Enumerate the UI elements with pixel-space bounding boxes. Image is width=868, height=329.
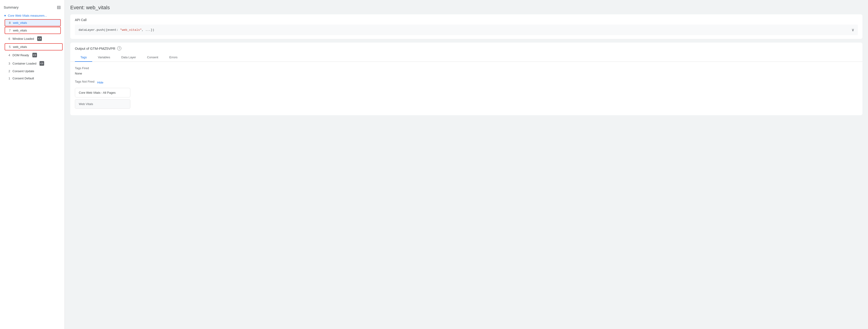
output-title: Output of GTM-PMZ5VPR: [75, 47, 115, 50]
main-content: Event: web_vitals API Call dataLayer.pus…: [65, 0, 868, 329]
sidebar-item-1[interactable]: 1 Consent Default: [0, 75, 64, 82]
tag-card-label-primary: Core Web Vitals - All Pages: [79, 91, 116, 94]
sidebar-item-6[interactable]: 6 Window Loaded: [0, 34, 64, 43]
help-icon[interactable]: ?: [117, 46, 121, 50]
tag-card-label-secondary: Web Vitals: [79, 102, 93, 106]
code-icon-6: [37, 36, 42, 41]
tab-variables[interactable]: Variables: [92, 53, 116, 62]
tab-content: Tags Fired None Tags Not Fired Hide Core…: [70, 62, 863, 115]
item-number-3: 3: [6, 62, 10, 65]
api-call-code: dataLayer.push({event: "web_vitals", ...…: [75, 25, 858, 35]
api-call-card: API Call dataLayer.push({event: "web_vit…: [70, 15, 863, 39]
tags-not-fired-label: Tags Not Fired: [75, 80, 95, 83]
sidebar-item-8[interactable]: 8 web_vitals: [5, 19, 61, 26]
tab-tags[interactable]: Tags: [75, 53, 92, 62]
api-call-section: API Call dataLayer.push({event: "web_vit…: [70, 15, 863, 39]
tags-fired-label: Tags Fired: [75, 66, 858, 70]
tag-card-secondary[interactable]: Web Vitals: [75, 99, 130, 109]
sidebar-group-header[interactable]: ▼ Core Web Vitals measurem...: [0, 12, 64, 19]
tab-consent[interactable]: Consent: [142, 53, 164, 62]
item-label-3: Container Loaded: [12, 62, 36, 65]
code-prefix: dataLayer.push({event:: [79, 28, 120, 32]
item-number-5: 5: [7, 45, 11, 49]
item-label-7: web_vitals: [13, 29, 27, 32]
item-number-6: 6: [6, 37, 10, 40]
item-label-2: Consent Update: [12, 70, 34, 73]
item-number-1: 1: [6, 77, 10, 80]
api-call-label: API Call: [75, 18, 858, 22]
filter-icon[interactable]: ▤: [57, 5, 61, 10]
sidebar-title: Summary: [4, 5, 19, 9]
item-label-5: web_vitals: [13, 45, 27, 49]
sidebar-header: Summary ▤: [0, 4, 64, 12]
code-icon-3: [39, 61, 44, 66]
tags-fired-value: None: [75, 72, 858, 75]
code-string: "web_vitals": [120, 28, 142, 32]
page-title: Event: web_vitals: [70, 5, 863, 11]
tags-not-fired-header: Tags Not Fired Hide: [75, 80, 858, 85]
code-content: dataLayer.push({event: "web_vitals", ...…: [79, 28, 154, 32]
code-icon-4: [32, 53, 37, 57]
item-label-4: DOM Ready: [12, 53, 29, 57]
output-card: Output of GTM-PMZ5VPR ? Tags Variables D…: [70, 43, 863, 115]
group-label: Core Web Vitals measurem...: [8, 14, 47, 17]
output-header: Output of GTM-PMZ5VPR ?: [70, 43, 863, 50]
sidebar-item-4[interactable]: 4 DOM Ready: [0, 51, 64, 59]
item-number-8: 8: [7, 21, 11, 25]
tab-data-layer[interactable]: Data Layer: [116, 53, 142, 62]
tab-errors[interactable]: Errors: [164, 53, 183, 62]
item-number-4: 4: [6, 53, 10, 57]
sidebar-item-5[interactable]: 5 web_vitals: [5, 43, 63, 50]
item-number-7: 7: [7, 29, 11, 32]
chevron-down-icon: ▼: [4, 14, 6, 17]
expand-icon[interactable]: ∨: [851, 27, 854, 32]
tag-card-primary[interactable]: Core Web Vitals - All Pages: [75, 88, 130, 98]
item-label-6: Window Loaded: [12, 37, 34, 40]
sidebar: Summary ▤ ▼ Core Web Vitals measurem... …: [0, 0, 65, 329]
sidebar-item-3[interactable]: 3 Container Loaded: [0, 59, 64, 67]
sidebar-item-2[interactable]: 2 Consent Update: [0, 67, 64, 75]
tabs-bar: Tags Variables Data Layer Consent Errors: [70, 53, 863, 62]
output-section: Output of GTM-PMZ5VPR ? Tags Variables D…: [70, 43, 863, 115]
item-label-8: web_vitals: [13, 21, 27, 25]
item-label-1: Consent Default: [12, 77, 34, 80]
hide-link[interactable]: Hide: [97, 81, 103, 84]
item-number-2: 2: [6, 70, 10, 73]
code-suffix: , ...}): [142, 28, 154, 32]
sidebar-item-7[interactable]: 7 web_vitals: [5, 27, 61, 34]
